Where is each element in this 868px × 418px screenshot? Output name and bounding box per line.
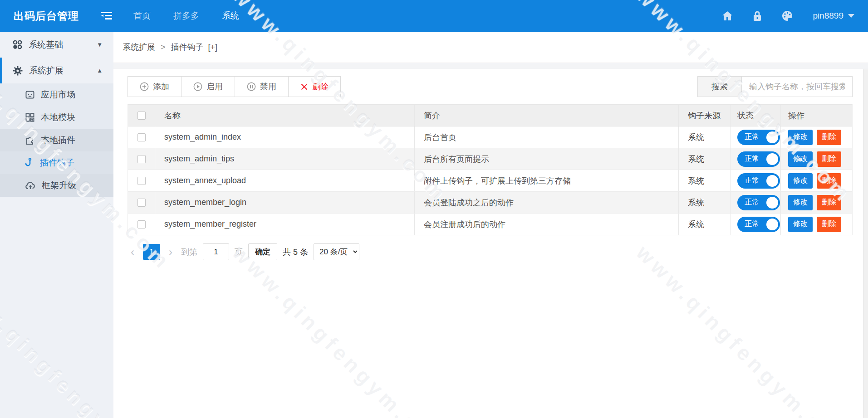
cell-hook-source: 系统	[679, 214, 731, 235]
search-input[interactable]	[742, 76, 853, 97]
edit-button[interactable]: 修改	[788, 173, 813, 189]
divider-strip	[113, 63, 868, 69]
table-header: 名称 简介 钩子来源 状态 操作	[128, 105, 852, 126]
row-checkbox[interactable]	[137, 177, 146, 185]
cell-hook-source: 系统	[679, 170, 731, 191]
next-page-button[interactable]: ›	[166, 247, 176, 258]
cell-hook-desc: 后台所有页面提示	[415, 148, 679, 170]
top-navbar: 出码后台管理 首页 拼多多 系统	[0, 0, 868, 32]
chevron-up-icon: ▲	[97, 67, 103, 74]
bulk-delete-button[interactable]: 删除	[288, 76, 341, 97]
sidebar-submenu: 应用市场 本地模块 本地插件	[0, 83, 113, 197]
delete-button[interactable]: 删除	[817, 195, 841, 210]
status-toggle-label: 正常	[745, 132, 759, 142]
x-icon	[300, 83, 308, 91]
cloud-upload-icon	[25, 181, 35, 190]
gear-icon	[13, 66, 23, 76]
table-row: system_annex_upload 附件上传钩子，可扩展上传到第三方存储 系…	[128, 170, 852, 192]
content-card: 添加 启用	[113, 69, 868, 418]
row-checkbox[interactable]	[137, 133, 146, 141]
main-nav: 首页 拼多多 系统	[133, 10, 239, 22]
edit-button[interactable]: 修改	[788, 151, 813, 167]
hook-icon	[25, 158, 34, 168]
delete-button[interactable]: 删除	[817, 130, 841, 145]
page-1-button[interactable]: 1	[143, 244, 160, 260]
status-toggle[interactable]: 正常	[737, 195, 780, 210]
table-body: system_admin_index 后台首页 系统 正常 修改 删除 syst…	[128, 126, 852, 235]
puzzle-icon	[25, 136, 34, 145]
lock-icon[interactable]	[753, 10, 762, 21]
sidebar-item-framework-upgrade[interactable]: 框架升级	[0, 174, 113, 197]
add-button[interactable]: 添加	[128, 76, 181, 97]
sidebar-item-local-modules[interactable]: 本地模块	[0, 106, 113, 129]
vertical-scrollbar[interactable]	[863, 69, 868, 418]
breadcrumb-current[interactable]: 插件钩子	[171, 42, 204, 53]
sidebar-group-system-base[interactable]: 系统基础 ▼	[0, 32, 113, 58]
play-circle-icon	[193, 82, 202, 91]
column-name: 名称	[155, 105, 415, 126]
plus-circle-icon	[140, 82, 149, 91]
breadcrumb-add-tab[interactable]: [+]	[208, 43, 218, 52]
pause-circle-icon	[247, 82, 256, 91]
nav-system[interactable]: 系统	[222, 10, 239, 22]
user-menu[interactable]: pin8899	[813, 11, 854, 21]
status-toggle[interactable]: 正常	[737, 217, 780, 232]
column-actions: 操作	[781, 105, 852, 126]
cell-hook-name: system_annex_upload	[155, 170, 415, 191]
edit-button[interactable]: 修改	[788, 195, 813, 210]
row-checkbox[interactable]	[137, 155, 146, 163]
status-toggle-label: 正常	[745, 176, 759, 185]
cell-hook-source: 系统	[679, 192, 731, 213]
breadcrumb: 系统扩展 > 插件钩子 [+]	[113, 32, 868, 63]
row-checkbox[interactable]	[137, 220, 146, 228]
edit-button[interactable]: 修改	[788, 217, 813, 232]
status-toggle[interactable]: 正常	[737, 130, 780, 145]
sidebar-item-plugin-hooks[interactable]: 插件钩子	[0, 151, 113, 174]
total-count-label: 共 5 条	[283, 247, 308, 258]
edit-button[interactable]: 修改	[788, 130, 813, 145]
goto-confirm-button[interactable]: 确定	[248, 243, 277, 260]
status-toggle[interactable]: 正常	[737, 173, 780, 189]
chevron-down-icon: ▼	[97, 41, 103, 48]
status-toggle[interactable]: 正常	[737, 151, 780, 167]
hooks-table: 名称 简介 钩子来源 状态 操作 system_admin_index 后台首页…	[128, 104, 853, 235]
cell-hook-desc: 后台首页	[415, 126, 679, 148]
sidebar-item-app-market[interactable]: 应用市场	[0, 83, 113, 106]
cell-hook-name: system_admin_tips	[155, 148, 415, 170]
pagination: ‹ 1 › 到第 页 确定 共 5 条 20 条/页	[128, 243, 853, 260]
search-bar: 搜索	[697, 76, 853, 97]
row-checkbox[interactable]	[137, 199, 146, 207]
modules-icon	[25, 113, 34, 122]
home-icon[interactable]	[722, 11, 733, 21]
cell-hook-source: 系统	[679, 148, 731, 170]
sidebar-collapse-icon[interactable]	[101, 10, 113, 21]
sidebar-item-local-plugins[interactable]: 本地插件	[0, 129, 113, 151]
prev-page-button[interactable]: ‹	[128, 247, 137, 258]
page-size-select[interactable]: 20 条/页	[314, 243, 359, 260]
enable-button[interactable]: 启用	[181, 76, 235, 97]
status-toggle-label: 正常	[745, 219, 759, 229]
cell-hook-desc: 会员注册成功后的动作	[415, 214, 679, 235]
sidebar-group-system-extend[interactable]: 系统扩展 ▲	[0, 58, 113, 83]
cell-hook-source: 系统	[679, 126, 731, 148]
delete-button[interactable]: 删除	[817, 173, 841, 189]
apps-grid-icon	[13, 40, 22, 49]
nav-home[interactable]: 首页	[133, 10, 151, 22]
status-toggle-label: 正常	[745, 154, 759, 164]
cell-hook-name: system_member_login	[155, 192, 415, 213]
breadcrumb-parent[interactable]: 系统扩展	[123, 42, 155, 53]
search-button[interactable]: 搜索	[697, 76, 742, 97]
sidebar: 系统基础 ▼ 系统扩展 ▲	[0, 32, 113, 418]
cell-hook-desc: 附件上传钩子，可扩展上传到第三方存储	[415, 170, 679, 191]
nav-pinduoduo[interactable]: 拼多多	[173, 10, 199, 22]
goto-page-input[interactable]	[203, 243, 229, 260]
navbar-right: pin8899	[722, 10, 854, 21]
palette-icon[interactable]	[782, 10, 793, 21]
column-desc: 简介	[415, 105, 679, 126]
delete-button[interactable]: 删除	[817, 151, 841, 167]
select-all-checkbox[interactable]	[137, 112, 146, 120]
delete-button[interactable]: 删除	[817, 217, 841, 232]
cell-hook-name: system_member_register	[155, 214, 415, 235]
disable-button[interactable]: 禁用	[235, 76, 289, 97]
column-status: 状态	[731, 105, 781, 126]
